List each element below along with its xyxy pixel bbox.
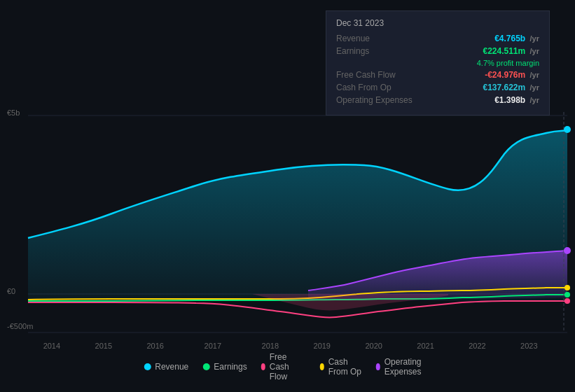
tooltip-row-fcf: Free Cash Flow -€24.976m /yr bbox=[336, 70, 539, 80]
legend-label-opex: Operating Expenses bbox=[385, 357, 431, 377]
legend-item-opex[interactable]: Operating Expenses bbox=[376, 357, 431, 377]
tooltip-sub-earnings: 4.7% profit margin bbox=[336, 59, 539, 67]
y-label-0: €0 bbox=[7, 287, 15, 295]
svg-point-4 bbox=[564, 126, 571, 133]
legend-dot-revenue bbox=[144, 363, 151, 370]
svg-point-5 bbox=[564, 247, 571, 254]
x-label-2019: 2019 bbox=[314, 342, 331, 350]
legend-dot-cashfromop bbox=[320, 363, 324, 370]
legend-label-earnings: Earnings bbox=[214, 362, 247, 372]
tooltip-row-cashfromop: Cash From Op €137.622m /yr bbox=[336, 83, 539, 92]
tooltip-box: Dec 31 2023 Revenue €4.765b /yr Earnings… bbox=[326, 10, 550, 115]
y-label-5b: €5b bbox=[7, 108, 20, 117]
chart-legend: Revenue Earnings Free Cash Flow Cash Fro… bbox=[144, 352, 431, 382]
y-label-neg500m: -€500m bbox=[7, 322, 33, 330]
tooltip-row-earnings: Earnings €224.511m /yr bbox=[336, 46, 539, 56]
svg-point-6 bbox=[564, 285, 570, 290]
tooltip-value-cashfromop: €137.622m /yr bbox=[483, 83, 539, 92]
legend-item-fcf[interactable]: Free Cash Flow bbox=[261, 352, 306, 382]
chart-container: €5b €0 -€500m 2014 2015 2016 2017 2018 2… bbox=[0, 0, 575, 392]
svg-point-8 bbox=[564, 298, 570, 304]
x-label-2018: 2018 bbox=[262, 342, 279, 350]
tooltip-label-fcf: Free Cash Flow bbox=[336, 70, 420, 80]
legend-dot-opex bbox=[376, 363, 380, 370]
legend-item-cashfromop[interactable]: Cash From Op bbox=[320, 357, 362, 377]
tooltip-value-fcf: -€24.976m /yr bbox=[485, 70, 539, 80]
tooltip-value-earnings: €224.511m /yr bbox=[483, 46, 539, 56]
x-label-2020: 2020 bbox=[365, 342, 382, 350]
tooltip-title: Dec 31 2023 bbox=[336, 18, 539, 28]
tooltip-row-opex: Operating Expenses €1.398b /yr bbox=[336, 95, 539, 105]
tooltip-profit-margin: 4.7% profit margin bbox=[477, 59, 539, 67]
legend-label-revenue: Revenue bbox=[155, 362, 188, 372]
legend-dot-fcf bbox=[261, 363, 265, 370]
legend-item-earnings[interactable]: Earnings bbox=[202, 362, 247, 372]
svg-point-7 bbox=[564, 292, 570, 298]
legend-label-cashfromop: Cash From Op bbox=[328, 357, 362, 377]
tooltip-value-opex: €1.398b /yr bbox=[494, 95, 539, 105]
tooltip-label-cashfromop: Cash From Op bbox=[336, 83, 420, 92]
tooltip-value-revenue: €4.765b /yr bbox=[494, 34, 539, 43]
x-label-2017: 2017 bbox=[205, 342, 221, 350]
x-label-2015: 2015 bbox=[95, 342, 112, 350]
x-label-2022: 2022 bbox=[469, 342, 485, 350]
x-label-2016: 2016 bbox=[146, 342, 163, 350]
legend-dot-earnings bbox=[202, 363, 209, 370]
tooltip-row-revenue: Revenue €4.765b /yr bbox=[336, 34, 539, 43]
legend-label-fcf: Free Cash Flow bbox=[270, 352, 306, 382]
tooltip-label-opex: Operating Expenses bbox=[336, 95, 420, 105]
x-label-2014: 2014 bbox=[43, 342, 60, 350]
tooltip-label-earnings: Earnings bbox=[336, 46, 420, 56]
x-label-2023: 2023 bbox=[520, 342, 537, 350]
legend-item-revenue[interactable]: Revenue bbox=[144, 362, 188, 372]
x-label-2021: 2021 bbox=[417, 342, 434, 350]
tooltip-label-revenue: Revenue bbox=[336, 34, 420, 43]
